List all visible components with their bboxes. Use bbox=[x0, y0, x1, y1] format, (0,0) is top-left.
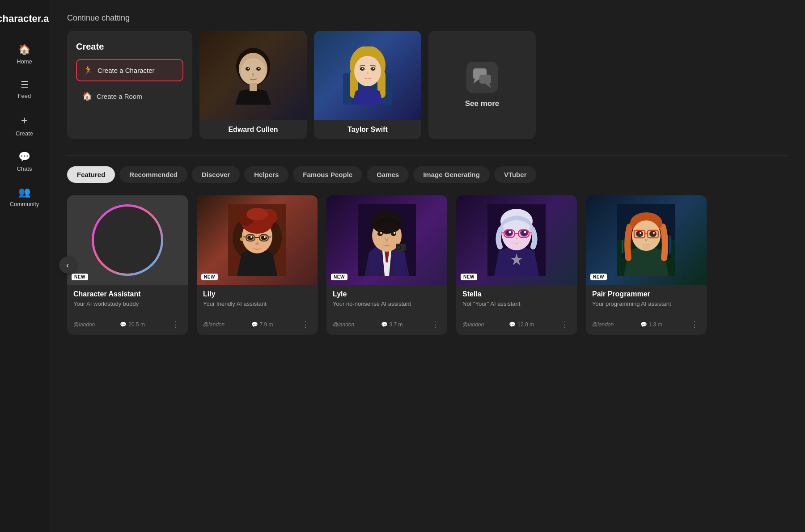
pair-programmer-count: 1.3 m bbox=[649, 321, 662, 328]
pair-programmer-avatar-svg bbox=[617, 204, 675, 276]
lyle-more-button[interactable]: ⋮ bbox=[429, 321, 441, 329]
svg-point-61 bbox=[509, 231, 511, 233]
svg-point-47 bbox=[380, 232, 382, 234]
lily-card[interactable]: NEW Lily Your friendly AI assistant @lan… bbox=[197, 195, 318, 335]
stella-chat-icon: 💬 bbox=[509, 321, 516, 328]
pair-programmer-more-button[interactable]: ⋮ bbox=[689, 321, 700, 329]
svg-rect-88 bbox=[643, 244, 650, 250]
create-room-label: Create a Room bbox=[97, 93, 142, 100]
tab-discover[interactable]: Discover bbox=[192, 166, 240, 183]
tab-image-generating[interactable]: Image Generating bbox=[413, 166, 490, 183]
new-badge-2: NEW bbox=[331, 274, 347, 280]
sidebar-label-home: Home bbox=[17, 58, 32, 65]
character-assistant-more-button[interactable]: ⋮ bbox=[170, 321, 182, 329]
main-content: Continue chatting Create 🏃 Create a Char… bbox=[49, 0, 805, 532]
tab-helpers[interactable]: Helpers bbox=[244, 166, 288, 183]
stella-more-button[interactable]: ⋮ bbox=[559, 321, 571, 329]
svg-point-12 bbox=[354, 56, 381, 86]
lily-chat-icon: 💬 bbox=[251, 321, 258, 328]
sidebar-label-community: Community bbox=[10, 201, 39, 207]
svg-point-2 bbox=[241, 58, 266, 85]
pair-programmer-stats: 💬 1.3 m bbox=[640, 321, 662, 328]
lyle-stats: 💬 3.7 m bbox=[381, 321, 403, 328]
pair-programmer-name: Pair Programmer bbox=[592, 290, 700, 298]
sidebar-item-community[interactable]: 👥 Community bbox=[4, 180, 45, 214]
stella-card[interactable]: NEW Stella Not "Your" AI assistant @land… bbox=[456, 195, 577, 335]
sidebar-item-chats[interactable]: 💬 Chats bbox=[4, 145, 45, 178]
lily-image: NEW bbox=[197, 195, 318, 285]
svg-point-35 bbox=[247, 236, 254, 240]
prev-button[interactable]: ‹ bbox=[59, 257, 76, 274]
create-character-label: Create a Character bbox=[97, 67, 155, 74]
taylor-swift-card[interactable]: Taylor Swift bbox=[314, 31, 421, 139]
svg-marker-19 bbox=[473, 79, 479, 84]
chat-bubbles-icon bbox=[471, 67, 493, 88]
character-assistant-body: Character Assistant Your AI work/study b… bbox=[67, 285, 188, 335]
edward-cullen-name: Edward Cullen bbox=[199, 120, 307, 139]
pair-chat-icon: 💬 bbox=[640, 321, 647, 328]
create-room-button[interactable]: 🏠 Create a Room bbox=[76, 86, 183, 106]
section-divider bbox=[67, 155, 787, 156]
character-assistant-image: NEW bbox=[67, 195, 188, 285]
stella-avatar-svg bbox=[487, 204, 546, 276]
lily-body: Lily Your friendly AI assistant @landon … bbox=[197, 285, 318, 335]
lily-avatar-svg bbox=[228, 204, 286, 276]
sidebar-label-chats: Chats bbox=[17, 165, 32, 172]
character-assistant-footer: @landon 💬 20.5 m ⋮ bbox=[73, 321, 182, 329]
tab-recommended[interactable]: Recommended bbox=[119, 166, 187, 183]
sidebar-item-create[interactable]: + Create bbox=[4, 107, 45, 143]
character-assistant-name: Character Assistant bbox=[73, 290, 182, 298]
character-icon: 🏃 bbox=[83, 65, 93, 75]
pair-programmer-footer: @landon 💬 1.3 m ⋮ bbox=[592, 321, 700, 329]
pair-programmer-image: NEW bbox=[586, 195, 707, 285]
edward-cullen-card[interactable]: Edward Cullen bbox=[199, 31, 307, 139]
lyle-card[interactable]: NEW Lyle Your no-nonsense AI assistant @… bbox=[326, 195, 447, 335]
sidebar-label-create: Create bbox=[16, 130, 33, 137]
sidebar-item-home[interactable]: 🏠 Home bbox=[4, 38, 45, 71]
taylor-avatar-svg bbox=[343, 46, 392, 105]
stella-desc: Not "Your" AI assistant bbox=[462, 300, 571, 316]
svg-point-82 bbox=[649, 231, 657, 237]
pair-programmer-card[interactable]: NEW Pair Programmer Your programming AI … bbox=[586, 195, 707, 335]
svg-point-38 bbox=[264, 236, 266, 238]
pair-programmer-desc: Your programming AI assistant bbox=[592, 300, 700, 316]
continue-chatting-row: Create 🏃 Create a Character 🏠 Create a R… bbox=[67, 31, 787, 139]
svg-point-5 bbox=[248, 68, 249, 69]
taylor-swift-name: Taylor Swift bbox=[314, 120, 421, 139]
lily-footer: @landon 💬 7.9 m ⋮ bbox=[203, 321, 311, 329]
see-more-icon bbox=[466, 62, 498, 93]
tab-featured[interactable]: Featured bbox=[67, 166, 115, 183]
svg-point-48 bbox=[394, 232, 395, 234]
tab-vtuber[interactable]: VTuber bbox=[494, 166, 537, 183]
new-badge-4: NEW bbox=[590, 274, 607, 280]
create-card-title: Create bbox=[76, 42, 183, 52]
svg-rect-7 bbox=[250, 83, 257, 91]
svg-point-37 bbox=[250, 236, 252, 238]
svg-point-29 bbox=[246, 208, 268, 220]
see-more-card[interactable]: See more bbox=[428, 31, 536, 139]
character-assistant-desc: Your AI work/study buddy bbox=[73, 300, 182, 316]
svg-point-62 bbox=[524, 231, 526, 233]
character-assistant-count: 20.5 m bbox=[128, 321, 145, 328]
lily-count: 7.9 m bbox=[260, 321, 273, 328]
home-icon: 🏠 bbox=[18, 44, 30, 55]
stella-body: Stella Not "Your" AI assistant @landon 💬… bbox=[456, 285, 577, 335]
lily-more-button[interactable]: ⋮ bbox=[300, 321, 311, 329]
sidebar-item-feed[interactable]: ☰ Feed bbox=[4, 73, 45, 106]
category-tabs: Featured Recommended Discover Helpers Fa… bbox=[67, 166, 787, 183]
create-character-button[interactable]: 🏃 Create a Character bbox=[76, 59, 183, 81]
plus-icon: + bbox=[21, 114, 28, 127]
continue-chatting-title: Continue chatting bbox=[67, 13, 787, 23]
sidebar: character.ai 🏠 Home ☰ Feed + Create 💬 Ch… bbox=[0, 0, 49, 532]
lyle-image: NEW bbox=[326, 195, 447, 285]
svg-marker-21 bbox=[485, 84, 491, 88]
svg-point-60 bbox=[521, 230, 527, 236]
stella-author: @landon bbox=[462, 321, 484, 328]
svg-point-68 bbox=[516, 237, 517, 239]
tab-famous-people[interactable]: Famous People bbox=[293, 166, 362, 183]
tab-games[interactable]: Games bbox=[367, 166, 409, 183]
character-assistant-card[interactable]: NEW Character Assistant Your AI work/stu… bbox=[67, 195, 188, 335]
lyle-author: @landon bbox=[333, 321, 354, 328]
app-logo: character.ai bbox=[0, 9, 55, 38]
create-card: Create 🏃 Create a Character 🏠 Create a R… bbox=[67, 31, 192, 139]
